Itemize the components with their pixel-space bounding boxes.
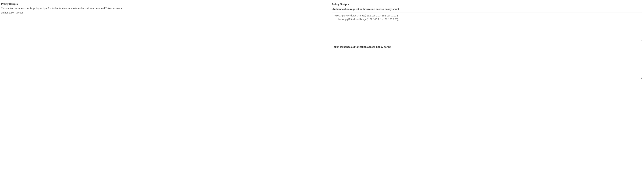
- left-description: This section includes specific policy sc…: [1, 7, 134, 15]
- token-script-field: Token issuance authorization access poli…: [332, 46, 642, 79]
- token-script-input[interactable]: [332, 50, 642, 79]
- left-heading: Policy Scripts: [1, 3, 328, 6]
- auth-script-field: Authentication request authorization acc…: [332, 8, 642, 42]
- left-column: Policy Scripts This section includes spe…: [0, 3, 332, 83]
- auth-script-label: Authentication request authorization acc…: [332, 8, 642, 11]
- token-script-label: Token issuance authorization access poli…: [332, 46, 642, 48]
- policy-scripts-section: Policy Scripts This section includes spe…: [0, 0, 644, 83]
- auth-script-input[interactable]: [332, 12, 642, 41]
- right-heading: Policy Scripts: [332, 3, 642, 6]
- right-column: Policy Scripts Authentication request au…: [332, 3, 644, 83]
